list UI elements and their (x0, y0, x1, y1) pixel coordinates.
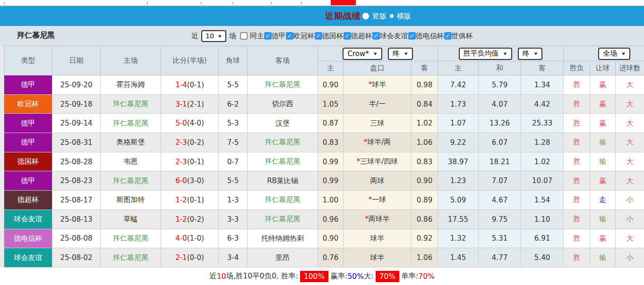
match-row: 球会友谊25-08-02拜仁慕尼黑2-1(0-0)3-4里昂0.76球半1.06… (4, 248, 644, 268)
checkbox-checked-icon[interactable]: ✓ (315, 32, 322, 40)
home-team[interactable]: 拜仁慕尼黑 (101, 94, 161, 114)
avg-type-select[interactable]: 胜平负均值∨ (459, 48, 512, 60)
odds-home-cell: 1.00 (318, 191, 343, 210)
chevron-down-icon: ∨ (404, 51, 408, 56)
score-cell[interactable]: 2-1(0-0) (161, 248, 219, 268)
home-team[interactable]: 霍芬海姆 (101, 75, 161, 95)
checkbox-checked-icon[interactable]: ✓ (264, 32, 272, 40)
goal-result-cell: 大 (616, 75, 644, 95)
filter-bar: 拜仁慕尼黑 近 10 ∨ 场 同主✓德甲✓欧冠杯✓德国杯✓德超杯✓球会友谊✓德电… (0, 26, 644, 46)
col-result: 胜负 (564, 61, 590, 75)
summary-segment: 50% (347, 272, 363, 281)
summary-segment: 100% (300, 271, 328, 282)
result-cell: 胜 (564, 75, 590, 95)
score-cell[interactable]: 5-0(4-0) (161, 114, 219, 133)
filter-controls: 近 10 ∨ 场 同主✓德甲✓欧冠杯✓德国杯✓德超杯✓球会友谊✓德电信杯✓世俱杯 (191, 26, 473, 46)
results-table: 类型 日期 主场 比分(半场) 角球 客场 Crow*∨终∨ 胜平负均值∨终∨ … (4, 46, 644, 268)
summary-segment: 10 (217, 272, 226, 281)
match-row: 球会友谊25-08-13草蜢1-2(0-2)3-3拜仁慕尼黑0.96*两球半0.… (4, 210, 644, 229)
col-type: 类型 (4, 46, 52, 75)
summary-segment: 70% (418, 272, 434, 281)
filter-checkbox-label: 世俱杯 (452, 32, 473, 41)
match-row: 德甲25-08-31奥格斯堡2-3(0-2)7-5拜仁慕尼黑0.83*球半/两1… (4, 133, 644, 152)
avg-draw-cell: 5.31 (479, 229, 521, 248)
home-team[interactable]: 拜仁慕尼黑 (101, 248, 161, 268)
col-let-result: 让球 (590, 61, 616, 75)
red-tab-remnant (331, 0, 356, 5)
avg-away-cell: 10.07 (521, 171, 564, 191)
let-result-cell: 输 (590, 133, 616, 152)
avg-time-select[interactable]: 终∨ (518, 48, 543, 60)
results-table-zone: 类型 日期 主场 比分(半场) 角球 客场 Crow*∨终∨ 胜平负均值∨终∨ … (0, 46, 644, 268)
score-cell[interactable]: 2-3(0-1) (161, 152, 219, 171)
odds-home-cell: 1.05 (318, 94, 343, 114)
avg-home-cell: 1.73 (438, 94, 479, 114)
horizontal-view-radio[interactable] (390, 14, 394, 18)
away-team[interactable]: 拜仁慕尼黑 (248, 210, 318, 229)
away-team[interactable]: 拜仁慕尼黑 (248, 152, 318, 171)
strip-mark (201, 2, 202, 4)
home-team[interactable]: 奥格斯堡 (101, 133, 161, 152)
away-team[interactable]: 切尔西 (248, 94, 318, 114)
home-team[interactable]: 韦恩 (101, 152, 161, 171)
home-team[interactable]: 拜仁慕尼黑 (101, 171, 161, 191)
checkbox-unchecked-icon[interactable] (240, 32, 248, 40)
away-team[interactable]: RB莱比锡 (248, 171, 318, 191)
home-team[interactable]: 斯图加特 (101, 191, 161, 210)
handicap-cell: 两球 (343, 171, 412, 191)
col-away: 客场 (248, 46, 318, 75)
summary-segment: 70% (376, 271, 399, 282)
checkbox-checked-icon[interactable]: ✓ (286, 32, 293, 40)
checkbox-checked-icon[interactable]: ✓ (408, 32, 416, 40)
away-team[interactable]: 汉堡 (248, 114, 318, 133)
vertical-view-radio[interactable] (362, 13, 369, 19)
home-team[interactable]: 草蜢 (101, 210, 161, 229)
away-team[interactable]: 拜仁慕尼黑 (248, 191, 318, 210)
odds-company-select[interactable]: Crow*∨ (343, 48, 382, 60)
away-team[interactable]: 里昂 (248, 248, 318, 268)
checkbox-checked-icon[interactable]: ✓ (343, 32, 351, 40)
col-corners: 角球 (219, 46, 248, 75)
col-handicap: 盘口 (343, 61, 412, 75)
strip-mark (232, 2, 233, 4)
checkbox-checked-icon[interactable]: ✓ (372, 32, 380, 40)
vertical-view-label: 竖版 (372, 12, 386, 21)
avg-draw-cell: 5.79 (479, 75, 521, 95)
result-cell: 胜 (564, 210, 590, 229)
handicap-cell: 三球 (343, 114, 412, 133)
avg-away-cell: 25.33 (521, 114, 564, 133)
away-team[interactable]: 托特纳姆热刺 (248, 229, 318, 248)
filter-checkbox-label: 德电信杯 (416, 32, 444, 41)
goal-result-cell: 大 (616, 133, 644, 152)
score-cell[interactable]: 6-0(3-0) (161, 171, 219, 191)
score-cell[interactable]: 3-1(2-1) (161, 94, 219, 114)
corners-cell: 5-3 (219, 114, 248, 133)
score-cell[interactable]: 1-2(0-2) (161, 210, 219, 229)
checkbox-checked-icon[interactable]: ✓ (444, 32, 452, 40)
home-team[interactable]: 拜仁慕尼黑 (101, 114, 161, 133)
odds-away-cell: 1.06 (412, 248, 438, 268)
avg-selects-header: 胜平负均值∨终∨ (438, 46, 564, 61)
score-cell[interactable]: 2-3(0-2) (161, 133, 219, 152)
avg-away-cell: 1.54 (521, 191, 564, 210)
goal-result-cell: 大 (616, 229, 644, 248)
score-cell[interactable]: 1-4(0-1) (161, 75, 219, 95)
col-home: 主场 (101, 46, 161, 75)
type-badge: 球会友谊 (4, 248, 52, 268)
date-cell: 25-08-31 (52, 133, 101, 152)
away-team[interactable]: 拜仁慕尼黑 (248, 75, 318, 95)
avg-draw-cell: 4.67 (479, 191, 521, 210)
score-cell[interactable]: 4-0(1-0) (161, 229, 219, 248)
away-team[interactable]: 拜仁慕尼黑 (248, 133, 318, 152)
home-team[interactable]: 拜仁慕尼黑 (101, 229, 161, 248)
avg-home-cell: 38.97 (438, 152, 479, 171)
goal-result-cell: 小 (616, 191, 644, 210)
date-cell: 25-08-13 (52, 210, 101, 229)
odds-time-select[interactable]: 终∨ (388, 48, 413, 60)
score-cell[interactable]: 1-2(0-1) (161, 191, 219, 210)
odds-away-cell: 0.89 (412, 191, 438, 210)
scope-select[interactable]: 全场∨ (598, 48, 630, 60)
recent-count-select[interactable]: 10 ∨ (201, 30, 226, 42)
let-result-cell: 走 (590, 191, 616, 210)
avg-draw-cell: 4.07 (479, 94, 521, 114)
